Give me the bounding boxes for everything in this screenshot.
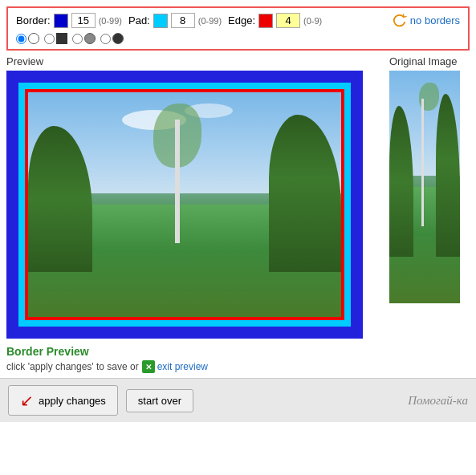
original-label-container: Original Image [389,55,470,67]
radio-input-1[interactable] [16,34,26,44]
birch-trunk [175,120,180,243]
style-shape-2 [56,33,67,44]
border-preview-description: click 'apply changes' to save or [6,361,139,372]
pad-label: Pad: [128,14,150,26]
border-preview-title: Border Preview [6,345,470,358]
radio-row [16,33,460,44]
section-labels: Preview Original Image [0,55,476,71]
edge-color-swatch[interactable] [258,14,273,28]
radio-option-1[interactable] [16,33,39,44]
bottom-bar: ↙ apply changes start over Помогай-ка [0,378,476,422]
preview-section [6,71,383,339]
pad-color-swatch[interactable] [153,14,168,28]
border-value-input[interactable] [71,13,96,28]
radio-input-4[interactable] [100,34,111,44]
style-shape-3 [84,33,96,44]
preview-label: Preview [6,55,43,67]
controls-row: Border: (0-99) Pad: (0-99) Edge: (0-9) n… [16,13,460,28]
edge-label: Edge: [228,14,255,26]
style-radio-group [16,33,124,44]
pad-range-hint: (0-99) [198,16,222,26]
preview-label-container: Preview [6,55,383,67]
preview-image [28,92,341,317]
exit-icon: ✕ [142,360,155,373]
no-borders-link[interactable]: no borders [393,14,460,28]
border-control: Border: (0-99) [16,13,122,28]
border-label: Border: [16,14,51,26]
radio-input-2[interactable] [44,34,55,44]
preview-pad [18,83,351,327]
border-color-swatch[interactable] [54,14,68,28]
border-preview-section: Border Preview click 'apply changes' to … [0,339,476,373]
brand-text: Помогай-ка [408,394,468,408]
border-range-hint: (0-99) [99,16,122,26]
radio-option-3[interactable] [72,33,96,44]
pad-value-input[interactable] [171,13,195,28]
exit-preview-link[interactable]: ✕ exit preview [142,360,208,373]
refresh-icon [393,14,407,28]
apply-changes-button[interactable]: ↙ apply changes [8,385,118,416]
preview-edge [25,89,344,320]
border-preview-desc: click 'apply changes' to save or ✕ exit … [6,360,470,373]
original-image [389,71,460,303]
exit-preview-label: exit preview [157,361,208,372]
edge-range-hint: (0-9) [303,16,322,26]
style-shape-4 [112,33,124,44]
radio-option-2[interactable] [44,33,67,44]
controls-panel: Border: (0-99) Pad: (0-99) Edge: (0-9) n… [6,6,470,51]
arrow-icon: ↙ [20,391,34,410]
edge-control: Edge: (0-9) [228,13,322,28]
start-over-button[interactable]: start over [126,389,193,412]
original-section [389,71,470,339]
radio-option-4[interactable] [100,33,124,44]
pad-control: Pad: (0-99) [128,13,222,28]
main-content [0,71,476,339]
style-shape-1 [28,33,39,44]
apply-changes-label: apply changes [39,395,106,407]
preview-border-outer [6,71,363,339]
original-label: Original Image [389,55,458,67]
start-over-label: start over [138,395,181,407]
no-borders-label: no borders [410,14,460,26]
orig-birch-trunk [421,99,424,227]
radio-input-3[interactable] [72,34,83,44]
edge-value-input[interactable] [276,13,300,28]
